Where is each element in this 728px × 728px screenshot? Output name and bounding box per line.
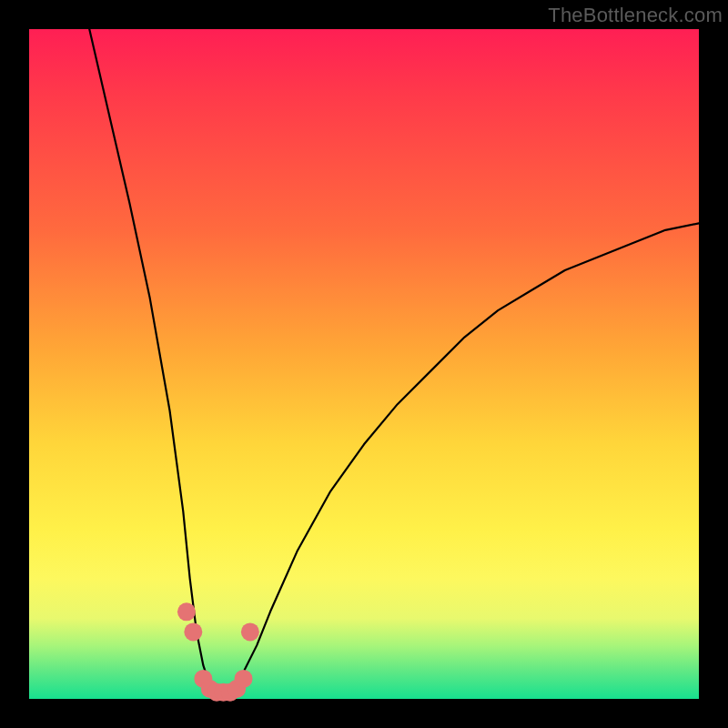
watermark-text: TheBottleneck.com: [548, 4, 723, 27]
highlight-points: [177, 602, 259, 701]
highlight-point: [235, 670, 253, 688]
highlight-point: [177, 602, 196, 621]
plot-area: [29, 29, 699, 699]
chart-frame: TheBottleneck.com: [0, 0, 728, 728]
highlight-point: [241, 622, 259, 641]
curve-layer: [29, 29, 699, 699]
bottleneck-curve: [89, 29, 699, 693]
highlight-point: [184, 622, 202, 641]
